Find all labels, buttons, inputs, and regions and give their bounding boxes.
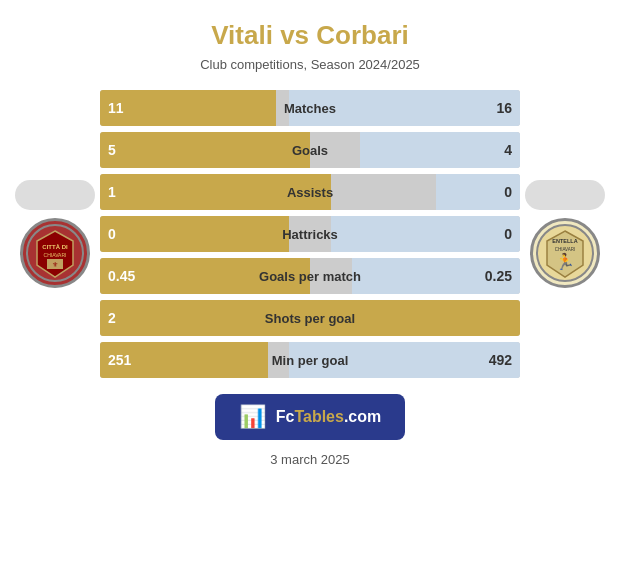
page-title: Vitali vs Corbari [211,20,409,51]
left-badge-svg: CITTÀ DI CHIAVARI ⚜ [25,223,85,283]
stat-row-assists: 1Assists0 [100,174,520,210]
page-container: Vitali vs Corbari Club competitions, Sea… [0,0,620,580]
stat-label-spg: Shots per goal [265,311,355,326]
left-team-badge: CITTÀ DI CHIAVARI ⚜ [20,218,90,288]
svg-text:CHIAVARI: CHIAVARI [44,252,67,258]
fctables-banner[interactable]: 📊 FcTables.com [215,394,406,440]
stat-left-hattricks: 0 [100,216,289,252]
stat-row-gpm: 0.45Goals per match0.25 [100,258,520,294]
stat-left-goals: 5 [100,132,310,168]
stat-right-assists: 0 [436,174,520,210]
stat-label-hattricks: Hattricks [282,227,338,242]
main-content: CITTÀ DI CHIAVARI ⚜ 11Matches165Goals41A… [10,90,610,378]
date-footer: 3 march 2025 [270,452,350,467]
right-team-logo-area: ENTELLA CHIAVARI 🏃 [520,180,610,288]
fctables-text: FcTables.com [276,408,382,426]
stat-row-goals: 5Goals4 [100,132,520,168]
stat-left-mpg: 251 [100,342,268,378]
svg-text:⚜: ⚜ [52,261,58,268]
left-team-name-stub [15,180,95,210]
left-team-logo-area: CITTÀ DI CHIAVARI ⚜ [10,180,100,288]
svg-text:CITTÀ DI: CITTÀ DI [42,244,68,250]
stat-label-goals: Goals [292,143,328,158]
stat-label-gpm: Goals per match [259,269,361,284]
fctables-icon: 📊 [239,404,266,430]
stat-row-mpg: 251Min per goal492 [100,342,520,378]
svg-text:🏃: 🏃 [555,252,575,271]
stat-right-gpm: 0.25 [352,258,520,294]
stat-right-goals: 4 [360,132,520,168]
svg-text:CHIAVARI: CHIAVARI [555,247,576,252]
stat-row-matches: 11Matches16 [100,90,520,126]
right-badge-svg: ENTELLA CHIAVARI 🏃 [535,223,595,283]
stat-label-assists: Assists [287,185,333,200]
stat-label-matches: Matches [284,101,336,116]
page-subtitle: Club competitions, Season 2024/2025 [200,57,420,72]
stat-left-matches: 11 [100,90,276,126]
stat-row-spg: 2Shots per goal [100,300,520,336]
stats-area: 11Matches165Goals41Assists00Hattricks00.… [100,90,520,378]
stat-label-mpg: Min per goal [272,353,349,368]
right-team-badge: ENTELLA CHIAVARI 🏃 [530,218,600,288]
right-team-name-stub [525,180,605,210]
svg-text:ENTELLA: ENTELLA [552,238,577,244]
stat-right-hattricks: 0 [331,216,520,252]
stat-row-hattricks: 0Hattricks0 [100,216,520,252]
